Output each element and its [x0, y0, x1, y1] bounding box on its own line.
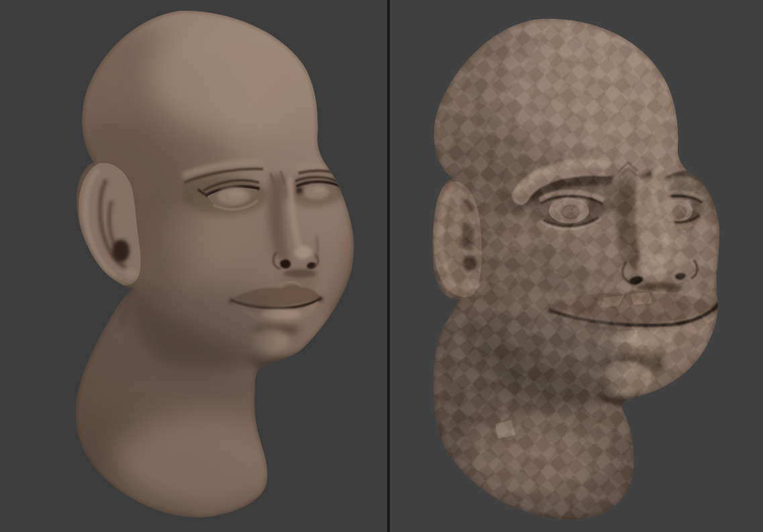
sculpt-comparison-canvas — [0, 0, 763, 532]
head-model-smooth[interactable] — [0, 0, 387, 532]
viewport-left[interactable] — [0, 0, 387, 532]
head-model-faceted[interactable] — [390, 0, 763, 532]
viewport-right[interactable] — [390, 0, 763, 532]
